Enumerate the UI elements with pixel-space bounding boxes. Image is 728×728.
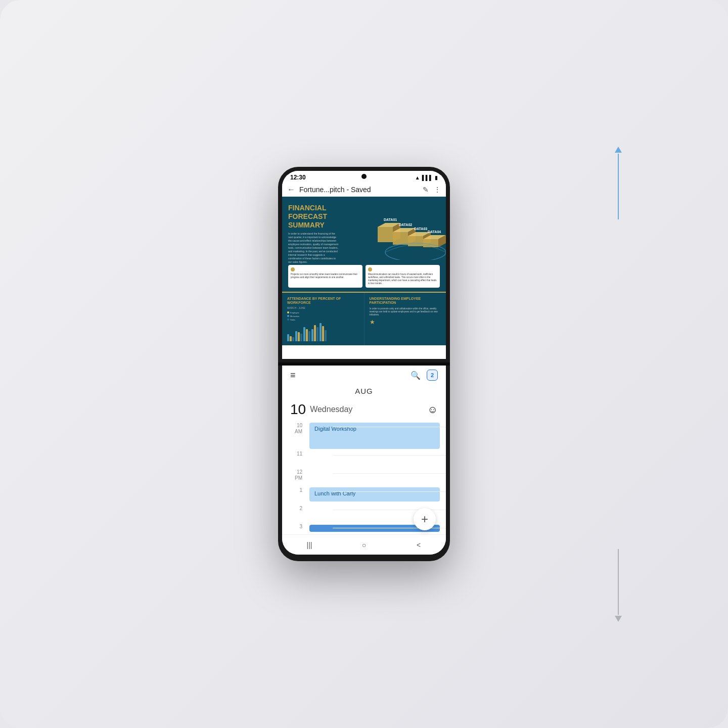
menu-icon[interactable]: ≡	[290, 370, 296, 381]
event-area-11	[307, 450, 446, 468]
callout-dot-1	[291, 267, 295, 271]
attendance-section: ATTENDANCE BY PERCENT OF WORKFORCE MARCH…	[282, 293, 364, 345]
mood-icon[interactable]: ☺	[428, 404, 438, 416]
svg-text:DATA04: DATA04	[428, 230, 441, 234]
time-label-1pm: 1	[282, 486, 307, 493]
financial-section: FINANCIAL FORECAST SUMMARY In order to u…	[282, 197, 446, 292]
svg-marker-12	[423, 239, 438, 247]
battery-icon: ▮	[435, 175, 438, 180]
nav-home[interactable]: ○	[354, 537, 374, 553]
financial-title: FINANCIAL FORECAST SUMMARY	[288, 204, 339, 229]
svg-text:DATA02: DATA02	[399, 223, 412, 226]
chart-legend: Employee Motivation Sales	[287, 311, 359, 321]
more-icon[interactable]: ⋮	[434, 186, 441, 194]
signal-icon: ▌▌▌	[422, 175, 433, 180]
time-label-10am: 10AM	[282, 422, 307, 435]
scene: 12:30 ▲ ▌▌▌ ▮ ← Fortune...pitch - Saved …	[0, 0, 728, 728]
callout-dot-2	[368, 267, 372, 271]
day-name: Wednesday	[310, 405, 352, 414]
app-bar: ← Fortune...pitch - Saved ✎ ⋮	[282, 183, 446, 197]
calendar-top-bar: ≡ 🔍 2	[282, 363, 446, 385]
time-line	[333, 427, 446, 427]
arrow-up	[615, 147, 622, 219]
app-bar-icons: ✎ ⋮	[423, 186, 441, 194]
bottom-nav: ||| ○ <	[282, 534, 446, 555]
attendance-bar-chart	[287, 321, 359, 341]
arrow-head-down	[615, 616, 622, 622]
time-line-1pm	[333, 491, 446, 492]
top-screen: 12:30 ▲ ▌▌▌ ▮ ← Fortune...pitch - Saved …	[282, 171, 446, 359]
event-area-12pm	[307, 468, 446, 486]
event-lunch-with-carly[interactable]: Lunch with Carly	[309, 487, 440, 502]
arrow-line-down	[618, 549, 619, 615]
day-number: 10	[290, 401, 306, 418]
svg-text:DATA03: DATA03	[414, 227, 427, 231]
attendance-title: ATTENDANCE BY PERCENT OF WORKFORCE	[287, 297, 359, 305]
edit-icon[interactable]: ✎	[423, 186, 429, 194]
svg-text:DATA01: DATA01	[384, 218, 397, 221]
time-label-3pm: 3	[282, 523, 307, 530]
arrow-head-up	[615, 147, 622, 153]
time-label-11: 11	[282, 450, 307, 457]
camera-notch	[361, 174, 367, 179]
financial-body: In order to understand the financing of …	[288, 232, 339, 264]
document-content: FINANCIAL FORECAST SUMMARY In order to u…	[282, 197, 446, 359]
fab-add-button[interactable]: +	[414, 508, 436, 530]
month-label: AUG	[282, 385, 446, 399]
understanding-section: UNDERSTANDING EMPLOYEE PARTICIPATION In …	[364, 293, 446, 345]
attendance-subtitle: MARCH - JUNE	[287, 306, 359, 309]
fold-line	[278, 362, 450, 366]
event-area-1pm: Lunch with Carly	[307, 486, 446, 505]
search-icon[interactable]: 🔍	[411, 371, 421, 380]
event-area-10am: Digital Workshop	[307, 422, 446, 450]
understanding-body: In order to promote unity and collaborat…	[370, 307, 441, 317]
time-label-2pm: 2	[282, 505, 307, 512]
phone-device: 12:30 ▲ ▌▌▌ ▮ ← Fortune...pitch - Saved …	[278, 167, 450, 561]
time-line-12pm	[333, 473, 446, 474]
document-title: Fortune...pitch - Saved	[299, 186, 419, 194]
arrow-down	[615, 549, 622, 622]
calendar-badge[interactable]: 2	[427, 370, 438, 381]
time-row-1pm: 1 Lunch with Carly	[282, 486, 446, 505]
time-row-11: 11	[282, 450, 446, 468]
wifi-icon: ▲	[415, 175, 420, 180]
time-label-12pm: 12PM	[282, 468, 307, 481]
nav-recent[interactable]: |||	[299, 537, 320, 553]
time-line-11	[333, 455, 446, 456]
time-row-12pm: 12PM	[282, 468, 446, 486]
status-icons: ▲ ▌▌▌ ▮	[415, 175, 438, 180]
bottom-screen: ≡ 🔍 2 AUG 10 Wednesday ☺ 10AM	[282, 363, 446, 555]
nav-back[interactable]: <	[408, 537, 429, 553]
svg-marker-0	[378, 227, 393, 242]
star-badge: ★	[370, 318, 441, 326]
day-header: 10 Wednesday ☺	[282, 399, 446, 422]
understanding-title: UNDERSTANDING EMPLOYEE PARTICIPATION	[370, 297, 441, 305]
callout-1: Projects run more smoothly when team lea…	[288, 265, 362, 287]
arrow-line-up	[618, 154, 619, 219]
doc-bottom-half: ATTENDANCE BY PERCENT OF WORKFORCE MARCH…	[282, 293, 446, 345]
status-time: 12:30	[290, 174, 306, 181]
svg-marker-4	[393, 232, 408, 245]
back-button[interactable]: ←	[287, 185, 295, 194]
time-row-10am: 10AM Digital Workshop	[282, 422, 446, 450]
chart-3d: DATA01 DATA02	[375, 202, 446, 262]
callout-2: Miscommunication can result in hours of …	[366, 265, 440, 287]
